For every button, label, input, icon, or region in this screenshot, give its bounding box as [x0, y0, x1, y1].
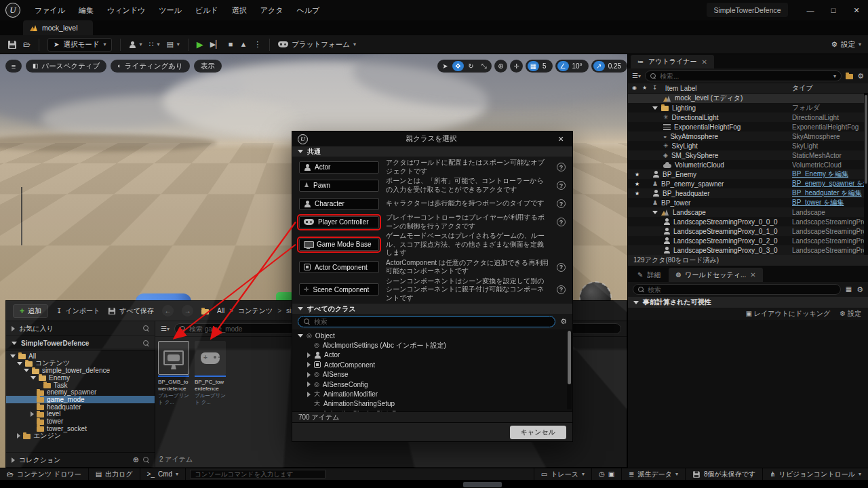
world-settings-search-input[interactable]: [648, 286, 835, 293]
browse-content-icon[interactable]: 🗁: [23, 41, 31, 48]
common-section-header[interactable]: 共通: [292, 146, 572, 157]
outliner-filter-icon[interactable]: ☰▾: [632, 73, 641, 79]
expand-icon[interactable]: [31, 411, 34, 417]
folder-item-headquater[interactable]: headquater: [6, 403, 155, 411]
menu-ヘルプ[interactable]: ヘルプ: [290, 3, 326, 18]
view-mode-dropdown[interactable]: ◐ ライティングあり: [111, 60, 189, 73]
outliner-row[interactable]: mock_level (エディタ): [628, 94, 868, 103]
output-log-button[interactable]: ▤ 出力ログ: [89, 468, 140, 480]
breadcrumb-item[interactable]: All: [217, 307, 224, 314]
close-button[interactable]: ✕: [845, 0, 868, 20]
class-tree-row[interactable]: ◎AbcImportSettings (Abc インポート設定): [292, 340, 572, 350]
eject-button[interactable]: ▲: [239, 41, 247, 48]
class-search[interactable]: [298, 316, 555, 327]
class-tree-row[interactable]: ◎Object: [292, 331, 572, 340]
class-button-pawn[interactable]: ♟Pawn: [299, 180, 379, 192]
outliner-row[interactable]: ◒SkyAtmosphereSkyAtmosphere: [628, 131, 868, 141]
outliner-row[interactable]: ★♟BP_enemy_spawnerBP_enemy_spawner を編集: [628, 179, 868, 188]
edit-blueprint-link[interactable]: BP_enemy_spawner を編集: [792, 179, 868, 188]
search-settings-gear-icon[interactable]: ⚙: [560, 318, 567, 325]
outliner-row[interactable]: VolumetricCloudVolumetricCloud: [628, 160, 868, 169]
expand-icon[interactable]: [307, 382, 311, 387]
restore-button[interactable]: □: [822, 0, 845, 20]
add-actor-dropdown[interactable]: ▾: [129, 41, 142, 48]
perspective-dropdown[interactable]: ◧ パースペクティブ: [26, 60, 106, 73]
search-options-chevron[interactable]: ▾: [833, 73, 836, 79]
folder-item-All[interactable]: All: [6, 352, 155, 360]
outliner-row[interactable]: ★BP_EnemyBP_Enemy を編集: [628, 169, 868, 179]
dialog-close-icon[interactable]: ✕: [555, 135, 567, 144]
collapse-icon[interactable]: [652, 106, 658, 110]
add-button[interactable]: + 追加: [13, 304, 48, 318]
scale-snap-control[interactable]: ↗ 0.25: [591, 60, 627, 73]
edit-blueprint-link[interactable]: BP_tower を編集: [792, 198, 868, 207]
world-settings-search[interactable]: [633, 284, 841, 295]
menu-ファイル[interactable]: ファイル: [28, 3, 71, 18]
expand-icon[interactable]: [17, 433, 20, 439]
outliner-row[interactable]: ExponentialHeightFogExponentialHeightFog: [628, 122, 868, 131]
asset-BP_GMB_towerdefence[interactable]: BP_GMB_​towerdefenceブループリント ク...: [158, 341, 189, 406]
cinematics-dropdown[interactable]: ▤▾: [166, 41, 179, 48]
save-all-button[interactable]: すべて保存: [108, 306, 154, 316]
favorites-section[interactable]: お気に入り: [6, 321, 155, 336]
property-matrix-icon[interactable]: ▦: [846, 286, 852, 293]
back-button[interactable]: ←: [162, 305, 174, 317]
class-tree-row[interactable]: Actor: [292, 350, 572, 360]
help-icon[interactable]: ?: [557, 199, 566, 208]
collapse-icon[interactable]: [652, 211, 658, 214]
outliner-row[interactable]: ✳DirectionalLightDirectionalLight: [628, 113, 868, 122]
expand-icon[interactable]: [307, 362, 311, 367]
dialog-title-bar[interactable]: U 親クラスを選択 ✕: [292, 131, 572, 146]
folder-item-game_mode[interactable]: game_mode: [6, 396, 155, 403]
collapse-icon[interactable]: [17, 362, 22, 365]
folder-item-enemy_spawner[interactable]: enemy_spawner: [6, 388, 155, 396]
asset-BP_PC_towerdefence[interactable]: BP_PC_​towerdefenceブループリント ク...: [195, 341, 226, 406]
class-tree-row[interactable]: ActorComponent: [292, 360, 572, 369]
folder-item-tower[interactable]: tower: [6, 418, 155, 425]
help-icon[interactable]: ?: [557, 163, 566, 171]
move-tool-icon[interactable]: ✥: [452, 61, 464, 71]
class-tree-row[interactable]: 大AnimationModifier: [292, 389, 572, 399]
pin-column-icon[interactable]: ↧: [647, 85, 657, 91]
help-icon[interactable]: ?: [557, 218, 566, 226]
minimize-button[interactable]: —: [799, 0, 822, 20]
search-icon[interactable]: [143, 340, 149, 346]
forward-button[interactable]: →: [182, 305, 193, 317]
class-button-actor[interactable]: Actor: [299, 161, 379, 174]
help-icon[interactable]: ?: [557, 263, 566, 272]
item-label-column[interactable]: Item Label: [657, 85, 792, 92]
menu-ウィンドウ[interactable]: ウィンドウ: [101, 3, 151, 18]
class-button-actor-component[interactable]: Actor Component: [299, 261, 379, 273]
unsaved-button[interactable]: 8個が未保存です: [686, 468, 763, 480]
star-icon[interactable]: ★: [628, 190, 637, 197]
class-tree-row[interactable]: ◎AISense: [292, 370, 572, 380]
menu-ツール[interactable]: ツール: [153, 3, 188, 18]
menu-編集[interactable]: 編集: [73, 3, 100, 18]
edit-blueprint-link[interactable]: BP_Enemy を編集: [792, 169, 868, 179]
dock-in-layout-button[interactable]: ▣ レイアウトにドッキング: [745, 309, 830, 319]
class-button-game-mode-base[interactable]: Game Mode Base: [299, 239, 379, 251]
cancel-button[interactable]: キャンセル: [510, 426, 566, 439]
tab-close-icon[interactable]: ✕: [701, 58, 707, 66]
folder-item-tower_socket[interactable]: tower_socket: [6, 425, 155, 432]
cmd-dropdown[interactable]: >_ Cmd ▾: [140, 468, 186, 480]
folder-item-コンテンツ[interactable]: コンテンツ: [6, 360, 155, 367]
class-tree-row[interactable]: ◎AISenseConfig: [292, 380, 572, 389]
outliner-search-input[interactable]: [660, 73, 830, 80]
outliner-row[interactable]: LandscapeLandscape: [628, 207, 868, 217]
platforms-dropdown[interactable]: プラットフォーム ▾: [278, 40, 356, 49]
all-classes-section-header[interactable]: すべてのクラス: [292, 304, 572, 314]
viewport-menu-button[interactable]: ≡: [5, 60, 22, 73]
details-settings-gear-icon[interactable]: ⚙: [856, 286, 863, 293]
outliner-row[interactable]: ◈SM_SkySphereStaticMeshActor: [628, 150, 868, 160]
blueprints-dropdown[interactable]: ∷▾: [149, 41, 159, 48]
outliner-row[interactable]: LandscapeStreamingProxy_0_3_0LandscapeSt…: [628, 245, 868, 255]
insights-buttons[interactable]: ◷ ▣: [592, 468, 622, 480]
outliner-settings-gear-icon[interactable]: ⚙: [857, 73, 864, 80]
derived-data-dropdown[interactable]: ≣ 派生データ▾: [622, 468, 686, 480]
star-icon[interactable]: ★: [628, 181, 637, 187]
revision-control-dropdown[interactable]: ⋔ リビジョンコントロール▾: [763, 468, 868, 480]
search-icon[interactable]: [143, 457, 149, 463]
skip-button[interactable]: ▶▏: [210, 41, 222, 48]
tab-close-icon[interactable]: ✕: [750, 271, 755, 279]
